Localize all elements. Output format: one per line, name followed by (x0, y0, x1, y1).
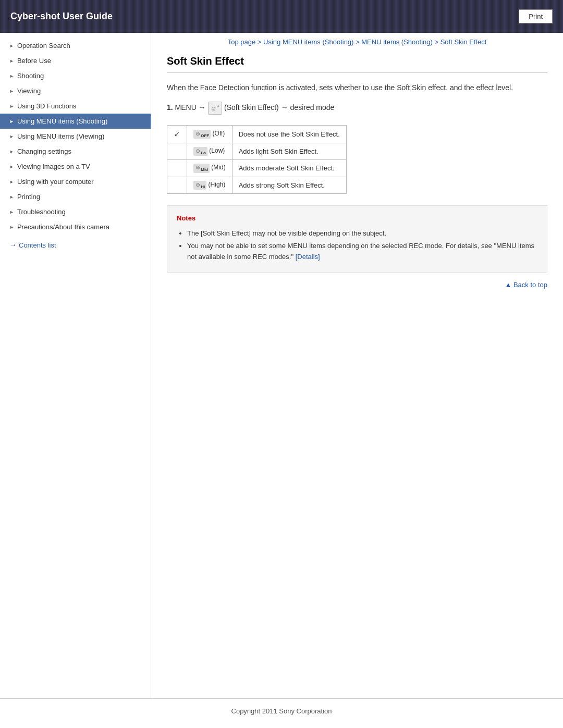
sidebar-item-precautions[interactable]: ► Precautions/About this camera (0, 219, 151, 235)
notes-list: The [Soft Skin Effect] may not be visibl… (177, 228, 537, 263)
print-button[interactable]: Print (519, 9, 553, 23)
main-content: Top page > Using MENU items (Shooting) >… (151, 33, 563, 698)
mode-high-cell: ☺Hi (High) (187, 177, 232, 193)
mode-off-description: Does not use the Soft Skin Effect. (232, 126, 346, 143)
arrow-icon: ► (9, 134, 14, 139)
sidebar-item-changing-settings[interactable]: ► Changing settings (0, 144, 151, 159)
arrow-icon: ► (9, 119, 14, 124)
table-row: ☺Lo (Low) Adds light Soft Skin Effect. (167, 143, 347, 160)
mode-low-cell: ☺Lo (Low) (187, 143, 232, 160)
details-link[interactable]: [Details] (296, 253, 320, 261)
page-description: When the Face Detection function is acti… (167, 82, 547, 93)
back-to-top-link[interactable]: ▲ Back to top (505, 281, 547, 289)
sidebar-item-computer[interactable]: ► Using with your computer (0, 174, 151, 189)
face-hi-icon: ☺Hi (193, 181, 206, 190)
check-icon-cell: ✓ (167, 126, 187, 143)
empty-check-cell (167, 143, 187, 160)
breadcrumb-menu-items-shooting[interactable]: MENU items (Shooting) (361, 38, 433, 46)
copyright-text: Copyright 2011 Sony Corporation (231, 707, 332, 715)
effect-table: ✓ ☺OFF (Off) Does not use the Soft Skin … (167, 125, 347, 194)
empty-check-cell (167, 177, 187, 193)
empty-check-cell (167, 160, 187, 177)
arrow-icon: ► (9, 164, 14, 169)
arrow-icon: ► (9, 43, 14, 48)
contents-list-link[interactable]: → Contents list (0, 235, 151, 255)
arrow-icon: ► (9, 209, 14, 215)
arrow-icon: ► (9, 58, 14, 64)
sidebar-item-viewing[interactable]: ► Viewing (0, 83, 151, 98)
sidebar-item-menu-shooting[interactable]: ► Using MENU items (Shooting) (0, 114, 151, 129)
table-row: ☺Hi (High) Adds strong Soft Skin Effect. (167, 177, 347, 193)
table-row: ☺Mid (Mid) Adds moderate Soft Skin Effec… (167, 160, 347, 177)
breadcrumb-top[interactable]: Top page (228, 38, 256, 46)
back-to-top: ▲ Back to top (167, 273, 547, 294)
breadcrumb: Top page > Using MENU items (Shooting) >… (167, 38, 547, 46)
sidebar-item-shooting[interactable]: ► Shooting (0, 68, 151, 83)
checkmark-icon: ✓ (174, 130, 180, 139)
sidebar-item-3d[interactable]: ► Using 3D Functions (0, 98, 151, 114)
page-header: Cyber-shot User Guide Print (0, 0, 563, 33)
soft-skin-icon: ☺+ (208, 102, 223, 115)
arrow-icon: ► (9, 225, 14, 230)
arrow-icon: ► (9, 104, 14, 109)
arrow-right-icon: → (9, 241, 17, 249)
arrow-icon: ► (9, 73, 14, 79)
sidebar: ► Operation Search ► Before Use ► Shooti… (0, 33, 151, 698)
face-mid-icon: ☺Mid (193, 164, 210, 172)
step-effect-label: (Soft Skin Effect) → desired mode (224, 103, 334, 112)
breadcrumb-soft-skin[interactable]: Soft Skin Effect (440, 38, 487, 46)
sidebar-item-printing[interactable]: ► Printing (0, 189, 151, 204)
arrow-icon: ► (9, 89, 14, 94)
sidebar-item-before-use[interactable]: ► Before Use (0, 53, 151, 68)
mode-low-description: Adds light Soft Skin Effect. (232, 143, 346, 160)
page-title: Soft Skin Effect (167, 55, 547, 73)
face-off-icon: ☺OFF (193, 130, 211, 139)
step-text: MENU → (175, 103, 208, 112)
triangle-up-icon: ▲ (505, 281, 511, 289)
mode-mid-cell: ☺Mid (Mid) (187, 160, 232, 177)
sidebar-item-viewing-tv[interactable]: ► Viewing images on a TV (0, 159, 151, 174)
mode-mid-description: Adds moderate Soft Skin Effect. (232, 160, 346, 177)
mode-high-description: Adds strong Soft Skin Effect. (232, 177, 346, 193)
main-layout: ► Operation Search ► Before Use ► Shooti… (0, 33, 563, 698)
arrow-icon: ► (9, 179, 14, 184)
table-row: ✓ ☺OFF (Off) Does not use the Soft Skin … (167, 126, 347, 143)
list-item: You may not be able to set some MENU ite… (187, 241, 537, 263)
notes-box: Notes The [Soft Skin Effect] may not be … (167, 205, 547, 273)
list-item: The [Soft Skin Effect] may not be visibl… (187, 228, 537, 239)
breadcrumb-using-menu-shooting[interactable]: Using MENU items (Shooting) (263, 38, 353, 46)
face-lo-icon: ☺Lo (193, 147, 207, 156)
page-footer: Copyright 2011 Sony Corporation (0, 698, 563, 723)
sidebar-item-troubleshooting[interactable]: ► Troubleshooting (0, 204, 151, 219)
notes-title: Notes (177, 213, 537, 224)
page-number: 120 (0, 723, 563, 728)
step-number: 1. (167, 103, 173, 112)
sidebar-item-menu-viewing[interactable]: ► Using MENU items (Viewing) (0, 129, 151, 144)
sidebar-item-operation-search[interactable]: ► Operation Search (0, 38, 151, 53)
note-text-2: You may not be able to set some MENU ite… (187, 242, 534, 261)
step-instruction: 1. MENU → ☺+ (Soft Skin Effect) → desire… (167, 102, 547, 115)
mode-off-cell: ☺OFF (Off) (187, 126, 232, 143)
arrow-icon: ► (9, 149, 14, 154)
arrow-icon: ► (9, 194, 14, 200)
app-title: Cyber-shot User Guide (10, 11, 113, 22)
